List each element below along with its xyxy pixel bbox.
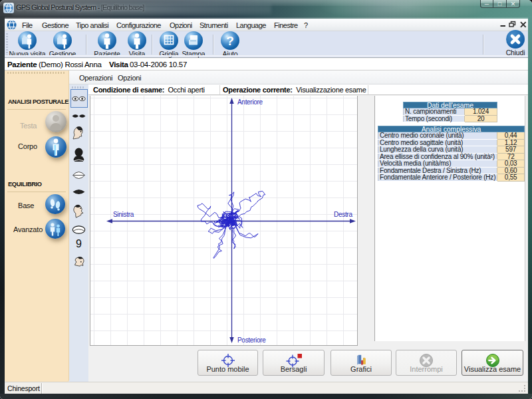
svg-text:Anteriore: Anteriore: [237, 98, 263, 106]
svg-text:Sinistra: Sinistra: [113, 211, 134, 218]
svg-text:Destra: Destra: [334, 211, 352, 218]
svg-text:Posteriore: Posteriore: [237, 336, 266, 344]
svg-text:?: ?: [226, 34, 234, 48]
